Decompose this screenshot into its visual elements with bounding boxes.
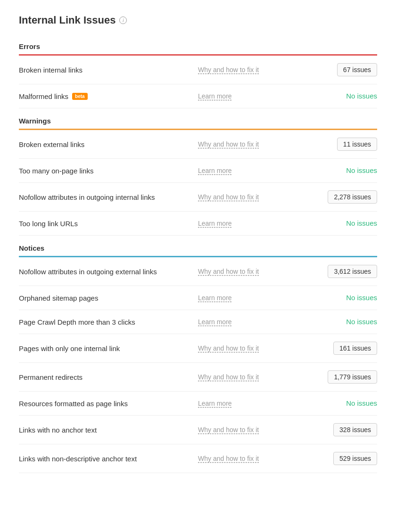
no-issues-text: No issues [346, 318, 377, 326]
section-header-warnings: Warnings [19, 112, 377, 129]
section-header-errors: Errors [19, 38, 377, 54]
table-row: Links with non-descriptive anchor textWh… [19, 444, 377, 473]
issue-name: Orphaned sitemap pages [19, 294, 198, 302]
sections-container: ErrorsBroken internal linksWhy and how t… [19, 38, 377, 473]
table-row: Too long link URLsLearn moreNo issues [19, 212, 377, 236]
issue-name: Too many on-page links [19, 167, 198, 175]
table-row: Nofollow attributes in outgoing external… [19, 257, 377, 286]
issue-name: Permanent redirects [19, 373, 198, 381]
why-how-to-fix-link[interactable]: Why and how to fix it [198, 426, 311, 434]
learn-more-link[interactable]: Learn more [198, 220, 311, 227]
main-container: Internal Link Issues i ErrorsBroken inte… [0, 0, 396, 491]
why-how-to-fix-link[interactable]: Why and how to fix it [198, 268, 311, 275]
issue-name-text: Broken internal links [19, 66, 82, 74]
no-issues-text: No issues [346, 92, 377, 100]
why-how-to-fix-link[interactable]: Why and how to fix it [198, 140, 311, 148]
issue-name: Links with non-descriptive anchor text [19, 455, 198, 463]
issue-status: 3,612 issues [311, 265, 377, 278]
issue-status: No issues [311, 399, 377, 408]
why-how-to-fix-link[interactable]: Why and how to fix it [198, 193, 311, 201]
issue-status: 67 issues [311, 63, 377, 76]
issue-status: No issues [311, 92, 377, 100]
table-row: Pages with only one internal linkWhy and… [19, 334, 377, 363]
issue-name: Pages with only one internal link [19, 344, 198, 352]
issue-name-text: Nofollow attributes in outgoing external… [19, 268, 157, 276]
issue-name-text: Malformed links [19, 92, 68, 100]
learn-more-link[interactable]: Learn more [198, 92, 311, 100]
section-errors: ErrorsBroken internal linksWhy and how t… [19, 38, 377, 108]
issues-badge[interactable]: 67 issues [337, 63, 377, 76]
page-title-area: Internal Link Issues i [19, 14, 377, 26]
issue-name-text: Nofollow attributes in outgoing internal… [19, 193, 155, 201]
issues-badge[interactable]: 1,779 issues [328, 370, 377, 384]
learn-more-link[interactable]: Learn more [198, 400, 311, 407]
issues-badge[interactable]: 2,278 issues [328, 190, 377, 204]
no-issues-text: No issues [346, 219, 377, 227]
issue-name-text: Too long link URLs [19, 220, 78, 228]
issue-status: No issues [311, 219, 377, 228]
issue-name: Resources formatted as page links [19, 400, 198, 408]
no-issues-text: No issues [346, 166, 377, 174]
table-row: Permanent redirectsWhy and how to fix it… [19, 363, 377, 392]
issue-status: No issues [311, 294, 377, 302]
why-how-to-fix-link[interactable]: Why and how to fix it [198, 66, 311, 74]
why-how-to-fix-link[interactable]: Why and how to fix it [198, 373, 311, 381]
issue-name-text: Page Crawl Depth more than 3 clicks [19, 318, 135, 326]
no-issues-text: No issues [346, 399, 377, 407]
learn-more-link[interactable]: Learn more [198, 294, 311, 302]
issue-name-text: Orphaned sitemap pages [19, 294, 98, 302]
why-how-to-fix-link[interactable]: Why and how to fix it [198, 344, 311, 352]
issue-status: 1,779 issues [311, 370, 377, 384]
issues-badge[interactable]: 3,612 issues [328, 265, 377, 278]
section-notices: NoticesNofollow attributes in outgoing e… [19, 239, 377, 473]
table-row: Page Crawl Depth more than 3 clicksLearn… [19, 310, 377, 334]
section-warnings: WarningsBroken external linksWhy and how… [19, 112, 377, 236]
issue-name-text: Too many on-page links [19, 167, 93, 175]
issue-status: 2,278 issues [311, 190, 377, 204]
issue-status: No issues [311, 318, 377, 326]
table-row: Malformed linksbetaLearn moreNo issues [19, 84, 377, 108]
issues-badge[interactable]: 161 issues [333, 342, 377, 355]
table-row: Resources formatted as page linksLearn m… [19, 392, 377, 416]
issue-name-text: Resources formatted as page links [19, 400, 128, 408]
issues-badge[interactable]: 529 issues [333, 452, 377, 465]
table-row: Too many on-page linksLearn moreNo issue… [19, 159, 377, 183]
issue-name: Broken external links [19, 140, 198, 148]
table-row: Links with no anchor textWhy and how to … [19, 416, 377, 444]
page-title-text: Internal Link Issues [19, 14, 116, 26]
no-issues-text: No issues [346, 294, 377, 302]
info-icon[interactable]: i [119, 16, 127, 24]
table-row: Orphaned sitemap pagesLearn moreNo issue… [19, 286, 377, 310]
issue-name-text: Permanent redirects [19, 373, 82, 381]
learn-more-link[interactable]: Learn more [198, 318, 311, 326]
issue-status: 161 issues [311, 342, 377, 355]
issue-name-text: Links with non-descriptive anchor text [19, 455, 137, 463]
issue-name: Links with no anchor text [19, 426, 198, 434]
issue-status: 328 issues [311, 423, 377, 436]
why-how-to-fix-link[interactable]: Why and how to fix it [198, 455, 311, 462]
section-header-notices: Notices [19, 239, 377, 256]
issue-name: Nofollow attributes in outgoing internal… [19, 193, 198, 201]
issue-status: 11 issues [311, 138, 377, 151]
issue-status: No issues [311, 166, 377, 175]
issue-name: Too long link URLs [19, 220, 198, 228]
issue-name: Nofollow attributes in outgoing external… [19, 268, 198, 276]
beta-badge: beta [72, 93, 88, 100]
table-row: Broken internal linksWhy and how to fix … [19, 56, 377, 84]
issues-badge[interactable]: 11 issues [337, 138, 377, 151]
issue-name-text: Broken external links [19, 140, 84, 148]
issues-badge[interactable]: 328 issues [333, 423, 377, 436]
learn-more-link[interactable]: Learn more [198, 167, 311, 174]
table-row: Nofollow attributes in outgoing internal… [19, 183, 377, 212]
issue-name: Broken internal links [19, 66, 198, 74]
issue-name-text: Links with no anchor text [19, 426, 97, 434]
issue-name: Page Crawl Depth more than 3 clicks [19, 318, 198, 326]
issue-name-text: Pages with only one internal link [19, 344, 120, 352]
issue-status: 529 issues [311, 452, 377, 465]
issue-name: Malformed linksbeta [19, 92, 198, 100]
table-row: Broken external linksWhy and how to fix … [19, 130, 377, 159]
